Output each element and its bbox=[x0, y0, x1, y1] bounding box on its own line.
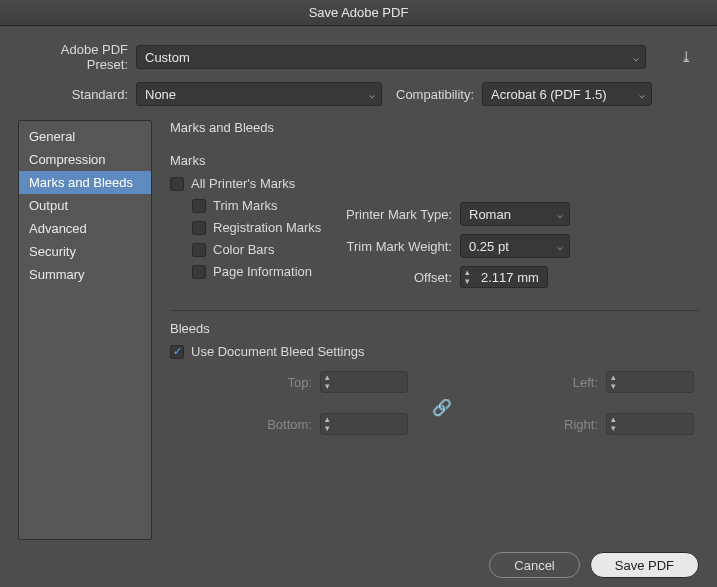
sidebar-item-advanced[interactable]: Advanced bbox=[19, 217, 151, 240]
printer-mark-type-value: Roman bbox=[469, 207, 511, 222]
bleeds-header: Bleeds bbox=[170, 321, 699, 336]
dialog-footer: Cancel Save PDF bbox=[18, 540, 699, 578]
bleed-bottom-input: ▴▾ bbox=[320, 413, 408, 435]
sidebar-item-marks-bleeds[interactable]: Marks and Bleeds bbox=[19, 171, 151, 194]
chevron-down-icon: ⌵ bbox=[557, 241, 563, 252]
bleed-bottom-label: Bottom: bbox=[230, 417, 320, 432]
category-sidebar: General Compression Marks and Bleeds Out… bbox=[18, 120, 152, 540]
use-document-bleed-checkbox[interactable] bbox=[170, 345, 184, 359]
dialog-body: Adobe PDF Preset: Custom ⌵ ⤓ Standard: N… bbox=[0, 26, 717, 587]
offset-value: 2.117 mm bbox=[481, 270, 539, 285]
offset-label: Offset: bbox=[330, 270, 460, 285]
trim-mark-weight-select[interactable]: 0.25 pt ⌵ bbox=[460, 234, 570, 258]
printer-mark-type-select[interactable]: Roman ⌵ bbox=[460, 202, 570, 226]
bleed-right-input: ▴▾ bbox=[606, 413, 694, 435]
stepper-icon: ▴▾ bbox=[611, 415, 616, 433]
bleed-top-input: ▴▾ bbox=[320, 371, 408, 393]
cancel-button-label: Cancel bbox=[514, 558, 554, 573]
registration-marks-label: Registration Marks bbox=[213, 220, 321, 235]
bleed-left-input: ▴▾ bbox=[606, 371, 694, 393]
window-title: Save Adobe PDF bbox=[309, 5, 409, 20]
preset-value: Custom bbox=[145, 50, 190, 65]
color-bars-checkbox[interactable] bbox=[192, 243, 206, 257]
chevron-down-icon: ⌵ bbox=[633, 52, 639, 63]
section-divider bbox=[170, 310, 699, 311]
trim-mark-weight-label: Trim Mark Weight: bbox=[330, 239, 460, 254]
stepper-icon: ▴▾ bbox=[325, 373, 330, 391]
chevron-down-icon: ⌵ bbox=[557, 209, 563, 220]
compatibility-value: Acrobat 6 (PDF 1.5) bbox=[491, 87, 607, 102]
download-preset-icon[interactable]: ⤓ bbox=[680, 48, 699, 66]
sidebar-item-output[interactable]: Output bbox=[19, 194, 151, 217]
panel-title: Marks and Bleeds bbox=[170, 120, 699, 135]
standard-label: Standard: bbox=[18, 87, 136, 102]
chevron-down-icon: ⌵ bbox=[369, 89, 375, 100]
standard-select[interactable]: None ⌵ bbox=[136, 82, 382, 106]
all-printers-marks-label: All Printer's Marks bbox=[191, 176, 295, 191]
standard-value: None bbox=[145, 87, 176, 102]
trim-marks-checkbox[interactable] bbox=[192, 199, 206, 213]
compatibility-select[interactable]: Acrobat 6 (PDF 1.5) ⌵ bbox=[482, 82, 652, 106]
sidebar-item-compression[interactable]: Compression bbox=[19, 148, 151, 171]
page-info-label: Page Information bbox=[213, 264, 312, 279]
stepper-icon: ▴▾ bbox=[611, 373, 616, 391]
bleed-top-label: Top: bbox=[230, 375, 320, 390]
registration-marks-checkbox[interactable] bbox=[192, 221, 206, 235]
settings-panel: Marks and Bleeds Marks All Printer's Mar… bbox=[152, 120, 699, 540]
bleed-left-label: Left: bbox=[516, 375, 606, 390]
window-titlebar: Save Adobe PDF bbox=[0, 0, 717, 26]
sidebar-item-general[interactable]: General bbox=[19, 125, 151, 148]
trim-marks-label: Trim Marks bbox=[213, 198, 278, 213]
all-printers-marks-checkbox[interactable] bbox=[170, 177, 184, 191]
sidebar-item-summary[interactable]: Summary bbox=[19, 263, 151, 286]
link-values-icon: 🔗 bbox=[432, 398, 452, 417]
offset-input[interactable]: ▴▾ 2.117 mm bbox=[460, 266, 548, 288]
compatibility-label: Compatibility: bbox=[382, 87, 482, 102]
stepper-icon: ▴▾ bbox=[325, 415, 330, 433]
chevron-down-icon: ⌵ bbox=[639, 89, 645, 100]
use-document-bleed-label: Use Document Bleed Settings bbox=[191, 344, 364, 359]
marks-header: Marks bbox=[170, 153, 699, 168]
printer-mark-type-label: Printer Mark Type: bbox=[330, 207, 460, 222]
preset-select[interactable]: Custom ⌵ bbox=[136, 45, 646, 69]
page-info-checkbox[interactable] bbox=[192, 265, 206, 279]
stepper-icon[interactable]: ▴▾ bbox=[465, 268, 470, 286]
save-pdf-button-label: Save PDF bbox=[615, 558, 674, 573]
bleed-right-label: Right: bbox=[516, 417, 606, 432]
save-pdf-button[interactable]: Save PDF bbox=[590, 552, 699, 578]
sidebar-item-security[interactable]: Security bbox=[19, 240, 151, 263]
color-bars-label: Color Bars bbox=[213, 242, 274, 257]
preset-label: Adobe PDF Preset: bbox=[18, 42, 136, 72]
trim-mark-weight-value: 0.25 pt bbox=[469, 239, 509, 254]
cancel-button[interactable]: Cancel bbox=[489, 552, 579, 578]
